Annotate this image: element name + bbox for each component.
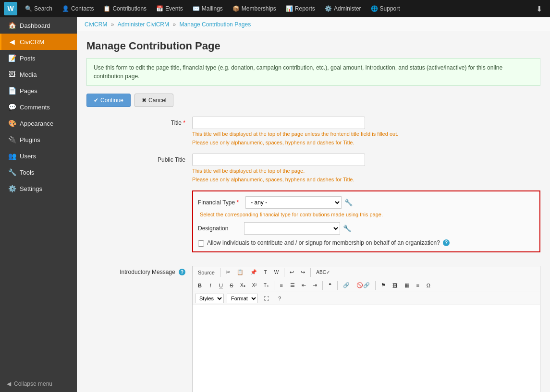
public-title-label: Public Title [86,154,192,163]
rte-paste-text-button[interactable]: T [261,268,270,277]
rte-sep-6 [337,281,338,290]
sidebar-item-civicrm[interactable]: ◀ CiviCRM [0,34,77,50]
collapse-menu-button[interactable]: ◀ Collapse menu [0,376,77,392]
rte-toolbar-1: Source ✂ 📋 📌 T W ↩ ↪ ABC✓ [193,266,540,279]
rte-sep-2 [284,268,284,277]
rte-special-char-button[interactable]: Ω [424,281,433,290]
organization-checkbox-label: Allow individuals to contribute and / or… [207,239,440,246]
financial-type-inner-label: Financial Type * [198,199,243,206]
rte-align-button[interactable]: ≡ [413,281,423,290]
rte-link-button[interactable]: 🔗 [340,281,353,290]
events-icon: 📅 [156,5,163,12]
mailings-icon: ✉️ [193,5,200,12]
rte-blockquote-button[interactable]: ❝ [325,281,335,290]
rte-paste-word-button[interactable]: W [271,268,281,277]
contacts-icon: 👤 [62,5,69,12]
nav-support[interactable]: 🌐 Support [367,3,404,14]
contributions-icon: 📋 [103,5,110,12]
title-row: Title * This title will be displayed at … [86,117,540,147]
rte-body[interactable] [193,305,540,392]
rte-subscript-button[interactable]: X₂ [237,281,248,290]
users-icon: 👥 [8,152,16,160]
media-icon: 🖼 [8,71,16,78]
rte-sep-3 [310,268,311,277]
plugins-icon: 🔌 [8,136,16,143]
rte-table-button[interactable]: ▦ [402,281,412,290]
rte-anchor-button[interactable]: ⚑ [378,281,389,290]
nav-administer[interactable]: ⚙️ Administer [321,3,365,14]
rte-superscript-button[interactable]: X² [249,281,260,290]
designation-select[interactable] [244,222,340,235]
support-icon: 🌐 [371,5,378,12]
public-title-input[interactable] [192,154,365,166]
cancel-button[interactable]: ✖ Cancel [134,94,173,107]
title-input[interactable] [192,117,365,129]
organization-help-icon[interactable]: ? [443,239,450,246]
rte-paste-button[interactable]: 📌 [247,268,260,277]
rte-spellcheck-button[interactable]: ABC✓ [313,268,333,277]
rte-cut-button[interactable]: ✂ [223,268,233,277]
rte-redo-button[interactable]: ↪ [298,268,308,277]
action-buttons: ✔ Continue ✖ Cancel [86,94,540,107]
continue-button[interactable]: ✔ Continue [86,94,131,107]
rte-italic-button[interactable]: I [206,281,215,290]
search-icon: 🔍 [25,5,32,12]
sidebar-item-comments[interactable]: 💬 Comments [0,99,77,115]
rte-strike-button[interactable]: S [227,281,236,290]
rte-source-button[interactable]: Source [195,268,218,277]
sidebar-item-dashboard[interactable]: 🏠 Dashboard [0,17,77,34]
rte-image-button[interactable]: 🖼 [390,281,401,290]
sidebar-item-media[interactable]: 🖼 Media [0,66,77,83]
intro-message-label-cell: Introductory Message ? [86,266,192,276]
rte-removeformat-button[interactable]: Tₓ [261,281,271,290]
intro-help-icon[interactable]: ? [179,269,185,275]
rte-outdent-button[interactable]: ⇤ [299,281,309,290]
organization-checkbox-row: Allow individuals to contribute and / or… [198,239,535,247]
nav-contacts[interactable]: 👤 Contacts [58,3,98,14]
rte-ol-button[interactable]: ≡ [277,281,286,290]
tools-icon: 🔧 [8,168,16,176]
sidebar-item-posts[interactable]: 📝 Posts [0,50,77,66]
sidebar-item-plugins[interactable]: 🔌 Plugins [0,131,77,148]
sidebar-item-tools[interactable]: 🔧 Tools [0,164,77,180]
sidebar-item-users[interactable]: 👥 Users [0,148,77,164]
title-field: This title will be displayed at the top … [192,117,540,147]
sidebar-item-settings[interactable]: ⚙️ Settings [0,180,77,197]
rte-indent-button[interactable]: ⇥ [310,281,320,290]
nav-search[interactable]: 🔍 Search [21,3,56,14]
nav-contributions[interactable]: 📋 Contributions [99,3,150,14]
page-content: Manage Contribution Page Use this form t… [77,32,550,392]
financial-type-inner-row: Financial Type * - any - 🔧 [198,196,535,209]
financial-type-wrench-icon[interactable]: 🔧 [344,199,353,206]
breadcrumb-civicrm[interactable]: CiviCRM [85,21,107,28]
breadcrumb-administer[interactable]: Administer CiviCRM [118,21,169,28]
rte-help-button[interactable]: ? [275,294,284,303]
rte-styles-select[interactable]: Styles [195,294,224,303]
rte-bold-button[interactable]: B [195,281,205,290]
nav-reports[interactable]: 📊 Reports [282,3,319,14]
rte-format-select[interactable]: Format [227,294,258,303]
rte-undo-button[interactable]: ↩ [287,268,297,277]
settings-icon: ⚙️ [8,185,16,192]
sidebar-item-pages[interactable]: 📄 Pages [0,83,77,99]
intro-message-row: Introductory Message ? Source ✂ 📋 📌 T [86,266,540,392]
rte-unlink-button[interactable]: 🚫🔗 [354,281,373,290]
rte-ul-button[interactable]: ☰ [287,281,298,290]
breadcrumb-manage-pages[interactable]: Manage Contribution Pages [179,21,251,28]
financial-highlighted: Financial Type * - any - 🔧 Select the co… [192,190,540,259]
nav-events[interactable]: 📅 Events [152,3,187,14]
nav-memberships[interactable]: 📦 Memberships [229,3,280,14]
nav-mailings[interactable]: ✉️ Mailings [189,3,227,14]
download-icon[interactable]: ⬇ [532,2,546,15]
rte-underline-button[interactable]: U [216,281,226,290]
financial-type-select[interactable]: - any - [245,196,342,209]
organization-checkbox[interactable] [198,240,204,247]
rte-sep-5 [322,281,323,290]
rte-fullscreen-button[interactable]: ⛶ [261,294,272,303]
public-title-hint2: Please use only alphanumeric, spaces, hy… [192,176,540,183]
sidebar-item-appearance[interactable]: 🎨 Appearance [0,115,77,131]
rte-copy-button[interactable]: 📋 [234,268,246,277]
designation-wrench-icon[interactable]: 🔧 [343,225,351,232]
page-title: Manage Contribution Page [86,40,540,52]
wp-logo[interactable]: W [4,2,17,15]
